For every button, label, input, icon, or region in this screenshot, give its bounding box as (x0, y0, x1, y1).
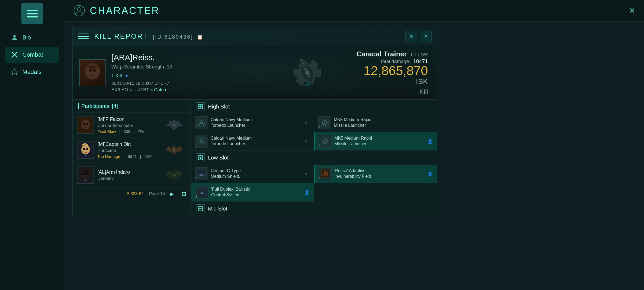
fitting-item-highlighted[interactable]: 'Full Duplex' BallisticControl System 👤 … (191, 183, 314, 202)
header-bar-accent (78, 103, 79, 109)
participant-final-blow: Final Blow | 808 | 7% (97, 129, 159, 134)
app-close-button[interactable]: ✕ (625, 4, 639, 17)
fitting-item-name-5: Centum C-TypeMedium Shield... (211, 168, 243, 179)
main-content: KILL REPORT [ID:6189436] 📋 ⎋ ✕ (64, 21, 644, 290)
sidebar-item-bio[interactable]: Bio (5, 30, 59, 46)
fitting-qty-1: 1 (195, 125, 197, 129)
kill-result-label: Kill (350, 88, 428, 96)
victim-location: EX6-AO < U-JTBT < EX6-AO < U-JTBT < Catc… (111, 87, 264, 93)
participants-title: Participants [4] (81, 103, 118, 109)
participant-info-3: [AL]Arm4ndaro Daredevil (97, 169, 159, 181)
svg-point-31 (85, 180, 86, 181)
fitting-qty-3: 1 (195, 144, 197, 148)
participant-avatar-1 (77, 117, 94, 134)
isk-value-display: 12,865,870 ISK (350, 64, 428, 86)
sidebar-item-medals-label: Medals (23, 68, 42, 75)
fitting-remove-button-1[interactable]: ✕ (302, 119, 310, 126)
svg-point-3 (13, 35, 16, 38)
svg-point-16 (81, 120, 90, 129)
high-slot-grid: Caldari Navy MediumTorpedo Launcher ✕ 1 (191, 114, 437, 151)
person-icon (10, 33, 19, 42)
sidebar-item-bio-label: Bio (23, 34, 31, 41)
svg-point-22 (83, 148, 85, 150)
svg-point-30 (86, 173, 88, 175)
fitting-item-name-6: 'Posse' AdaptiveInvulnerability Field (334, 168, 371, 179)
fitting-remove-button-5[interactable]: ✕ (302, 170, 310, 177)
damage-display: Total damage: 10471 (350, 58, 428, 64)
participant-info-1: [MI]P Falcon Condor Interceptor Final Bl… (97, 117, 159, 134)
kill-info-band: [ARA]Reiss. Warp Scramble Strength: 10 1… (73, 46, 437, 100)
character-icon (72, 4, 86, 17)
participant-name-1: [MI]P Falcon (97, 117, 159, 122)
participant-ship-3: Daredevil (97, 176, 159, 181)
participant-ship-thumb-1 (162, 118, 186, 133)
fitting-item-name-2: MK5 Medium RapidMissile Launcher (334, 117, 372, 128)
footer-nav-button[interactable]: ▶ (170, 191, 174, 197)
modal-body: Participants [4] (73, 100, 437, 216)
ship-image (275, 51, 339, 94)
victim-kills: 1 Kill ★ (111, 73, 264, 79)
modal-close-button[interactable]: ✕ (420, 31, 432, 42)
modal-header: KILL REPORT [ID:6189436] 📋 ⎋ ✕ (73, 27, 437, 46)
fitting-item-highlighted[interactable]: 'Posse' AdaptiveInvulnerability Field 👤 … (314, 165, 437, 183)
svg-point-32 (172, 174, 176, 176)
low-slot-grid: Centum C-TypeMedium Shield... ✕ 1 (191, 165, 437, 202)
svg-point-13 (303, 83, 311, 86)
svg-point-24 (85, 155, 86, 156)
footer-amount: 3,333.62 (127, 191, 144, 196)
sidebar-menu-button[interactable] (21, 3, 43, 24)
participant-row[interactable]: [AL]Arm4ndaro Daredevil (73, 163, 191, 188)
svg-point-10 (88, 65, 97, 70)
fitting-qty-6: 1 (319, 176, 321, 180)
sidebar: Bio Combat Medals (0, 0, 64, 290)
participant-name-3: [AL]Arm4ndaro (97, 169, 159, 175)
participant-row[interactable]: [MI]Captain Dirt Hurricane Top Damage | … (73, 138, 191, 163)
fitting-item[interactable]: Centum C-TypeMedium Shield... ✕ 1 (191, 165, 314, 183)
svg-point-14 (305, 84, 309, 86)
sidebar-item-combat[interactable]: Combat (5, 47, 59, 63)
svg-rect-0 (27, 10, 38, 11)
footer-page: Page 14 (149, 191, 165, 196)
ship-name-display: Caracal Trainer Cruiser (350, 50, 428, 58)
fitting-item-highlighted[interactable]: MK5 Medium RapidMissile Launcher 👤 1 (314, 132, 437, 151)
svg-rect-1 (27, 13, 38, 14)
fitting-item-name-1: Caldari Navy MediumTorpedo Launcher (211, 117, 252, 128)
participant-info-2: [MI]Captain Dirt Hurricane Top Damage | … (97, 142, 159, 159)
person-icon-7: 👤 (304, 190, 310, 195)
svg-rect-25 (173, 148, 175, 152)
fitting-item[interactable]: MK5 Medium RapidMissile Launcher 1 (314, 114, 437, 132)
participant-row[interactable]: [MI]P Falcon Condor Interceptor Final Bl… (73, 113, 191, 138)
participant-avatar-2 (77, 142, 94, 159)
participant-ship-thumb-2 (162, 143, 186, 158)
svg-point-8 (89, 70, 92, 72)
person-icon-6: 👤 (427, 171, 433, 176)
modal-actions: ⎋ ✕ (405, 31, 432, 42)
fitting-qty-2: 1 (318, 125, 320, 129)
fitting-panel: High Slot Caldari Navy MediumTorpedo Lau (191, 100, 437, 216)
svg-point-39 (324, 122, 325, 124)
mid-slot-title: Mid Slot (208, 206, 227, 212)
victim-info: [ARA]Reiss. Warp Scramble Strength: 10 1… (111, 53, 264, 93)
modal-menu-button[interactable] (78, 31, 89, 42)
svg-point-9 (93, 70, 96, 72)
low-slot-header: Low Slot (191, 151, 437, 165)
copy-icon: 📋 (197, 34, 204, 40)
fitting-remove-button-3[interactable]: ✕ (302, 138, 310, 145)
participant-ship-1: Condor Interceptor (97, 123, 159, 128)
fitting-item-name-3: Caldari Navy MediumTorpedo Launcher (211, 136, 252, 147)
modal-export-button[interactable]: ⎋ (405, 31, 417, 42)
participants-panel: Participants [4] (73, 100, 191, 216)
svg-rect-36 (200, 123, 203, 124)
svg-rect-35 (198, 119, 205, 126)
mid-slot-icon (196, 204, 205, 213)
participant-ship-2: Hurricane (97, 148, 159, 153)
fitting-item[interactable]: Caldari Navy MediumTorpedo Launcher ✕ 1 (191, 132, 314, 151)
modal-id: [ID:6189436] (153, 34, 193, 40)
kill-value-panel: Caracal Trainer Cruiser Total damage: 10… (350, 50, 431, 96)
participants-footer: 3,333.62 Page 14 ▶ ⊟ (73, 188, 191, 200)
footer-filter-button[interactable]: ⊟ (182, 191, 186, 197)
fitting-qty-5: 1 (195, 176, 197, 180)
sidebar-item-medals[interactable]: Medals (5, 64, 59, 80)
fitting-item[interactable]: Caldari Navy MediumTorpedo Launcher ✕ 1 (191, 114, 314, 132)
svg-point-6 (77, 8, 81, 11)
